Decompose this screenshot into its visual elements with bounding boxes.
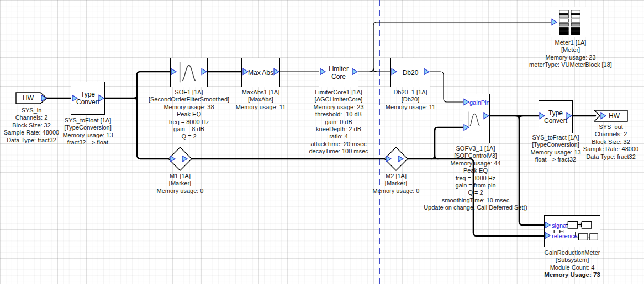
block-label: HW	[607, 112, 621, 120]
wire[interactable]	[134, 95, 137, 98]
caption-line: Meter1 [1A]	[529, 39, 612, 46]
block-caption: LimiterCore1 [1A][AGCLimiterCore]Memory …	[309, 89, 368, 156]
caption-line: [Marker]	[157, 180, 204, 187]
caption-line: Memory usage: 23	[529, 54, 612, 61]
caption-line: Block Size: 32	[583, 138, 638, 146]
caption-line: Data Type: fract32	[583, 153, 638, 160]
caption-line: Memory usage: 44	[424, 160, 527, 167]
caption-line: [Meter]	[529, 46, 612, 53]
caption-line: [Db20]	[386, 96, 435, 103]
block-sys-in-hw[interactable]: HW	[15, 92, 47, 104]
block-caption: SYS_toFract [1A][TypeConversion]Memory u…	[530, 134, 580, 164]
block-caption: M2 [1A][Marker]Memory usage: 0	[373, 173, 420, 195]
caption-line: Sample Rate: 48000	[4, 129, 59, 136]
block-caption: SOFV3_1 [1A][SOFControlV3]Memory usage: …	[424, 145, 527, 212]
caption-line: Db20_1 [1A]	[386, 89, 435, 96]
block-caption: SYS_outChannels: 2Block Size: 32Sample R…	[583, 124, 638, 160]
wire[interactable]	[519, 116, 522, 119]
block-label: HW	[21, 94, 35, 102]
block-gain-reduction-meter[interactable]: signal reference	[544, 215, 600, 247]
caption-line: threshold: -10 dB	[309, 111, 368, 118]
wire[interactable]	[373, 68, 377, 72]
block-label: Limiter Core	[319, 65, 358, 81]
block-label: Type Convert	[71, 90, 104, 106]
block-sofv3[interactable]: gainPin	[463, 94, 490, 143]
caption-line: LimiterCore1 [1A]	[309, 89, 368, 96]
caption-line: SYS_toFract [1A]	[530, 134, 580, 141]
caption-line: gain: 0 dB	[309, 119, 368, 126]
block-sys-tofloat[interactable]: Type Convert	[71, 82, 105, 115]
block-meter1[interactable]	[551, 7, 590, 37]
caption-line: Memory usage: 13	[530, 149, 580, 156]
caption-line: gain = 8 dB	[149, 126, 229, 133]
caption-line: Peak EQ	[149, 111, 229, 118]
caption-line: decayTime: 100 msec	[309, 148, 368, 155]
caption-line: SYS_in	[4, 107, 59, 114]
caption-line: smoothingTime: 10 msec	[424, 197, 527, 204]
block-m1-marker[interactable]	[168, 147, 192, 171]
reference-pin-label: reference	[552, 232, 577, 240]
caption-line: freq = 8000 Hz	[424, 175, 527, 182]
caption-line: MaxAbs1 [1A]	[236, 89, 286, 96]
block-label: Type Convert	[539, 109, 572, 125]
marker-diamond	[384, 147, 408, 171]
caption-line: attackTime: 20 msec	[309, 141, 368, 148]
signal-pin-label: signal	[552, 222, 568, 229]
block-caption: Meter1 [1A][Meter]Memory usage: 23meterT…	[529, 39, 612, 69]
caption-line: [MaxAbs]	[236, 96, 286, 103]
wire[interactable]	[134, 98, 137, 101]
caption-line: Memory Usage: 73	[544, 271, 600, 278]
block-caption: SYS_toFloat [1A][TypeConversion]Memory u…	[62, 117, 113, 147]
block-limitercore1[interactable]: Limiter Core	[319, 58, 358, 87]
block-sof1[interactable]	[170, 58, 208, 87]
caption-line: Memory usage: 11	[236, 104, 286, 111]
caption-line: Q = 2	[424, 189, 527, 196]
caption-line: [AGCLimiterCore]	[309, 96, 368, 103]
block-maxabs1[interactable]: Max Abs	[241, 58, 280, 87]
block-db20[interactable]: Db20	[390, 58, 430, 87]
caption-line: Update on change. Call Deferred Set()	[424, 204, 527, 211]
caption-line: Data Type: fract32	[4, 137, 59, 144]
caption-line: [SecondOrderFilterSmoothed]	[149, 96, 229, 103]
caption-line: freq = 8000 Hz	[149, 119, 229, 126]
caption-line: fract32 --> float	[62, 139, 113, 146]
block-caption: MaxAbs1 [1A][MaxAbs]Memory usage: 11	[236, 89, 286, 111]
caption-line: float --> fract32	[530, 156, 580, 163]
caption-line: SYS_out	[583, 124, 638, 131]
caption-line: Sample Rate: 48000	[583, 146, 638, 153]
marker-diamond	[168, 147, 192, 171]
caption-line: ratio: 4	[309, 133, 368, 140]
caption-line: Module Count: 4	[544, 264, 600, 271]
block-m2-marker[interactable]	[384, 147, 408, 171]
caption-line: [Marker]	[373, 180, 420, 187]
caption-line: Channels: 2	[4, 114, 59, 121]
caption-line: Memory usage: 11	[386, 104, 435, 111]
subsystem-icon	[545, 216, 600, 247]
caption-line: Peak EQ	[424, 167, 527, 174]
block-sys-tofract[interactable]: Type Convert	[539, 100, 573, 133]
peak-filter-icon	[171, 58, 207, 87]
caption-line: Channels: 2	[583, 131, 638, 138]
block-label: Db20	[401, 69, 420, 77]
caption-line: [Subsystem]	[544, 256, 600, 264]
caption-line: Memory usage: 38	[149, 104, 229, 111]
caption-line: [SOFControlV3]	[424, 152, 527, 159]
block-caption: SOF1 [1A][SecondOrderFilterSmoothed]Memo…	[149, 89, 229, 141]
caption-line: Q = 2	[149, 133, 229, 140]
schematic-canvas[interactable]: SYS_inChannels: 2Block Size: 32Sample Ra…	[0, 0, 644, 284]
caption-line: SOFV3_1 [1A]	[424, 145, 527, 152]
block-caption: SYS_inChannels: 2Block Size: 32Sample Ra…	[4, 107, 59, 144]
caption-line: [TypeConversion]	[530, 141, 580, 148]
caption-line: Memory usage: 0	[373, 187, 420, 195]
caption-line: Block Size: 32	[4, 122, 59, 129]
caption-line: gain = from pin	[424, 182, 527, 189]
caption-line: meterType: VUMeterBlock [18]	[529, 61, 612, 68]
vu-meter-icon	[551, 7, 590, 37]
block-caption: GainReductionMeter[Subsystem]Module Coun…	[544, 249, 600, 279]
caption-line: kneeDepth: 2 dB	[309, 126, 368, 133]
caption-line: Memory usage: 0	[157, 187, 204, 195]
block-caption: M1 [1A][Marker]Memory usage: 0	[157, 173, 204, 195]
caption-line: Memory usage: 23	[309, 104, 368, 111]
caption-line: M2 [1A]	[373, 173, 420, 180]
block-sys-out-hw[interactable]: HW	[594, 110, 628, 122]
